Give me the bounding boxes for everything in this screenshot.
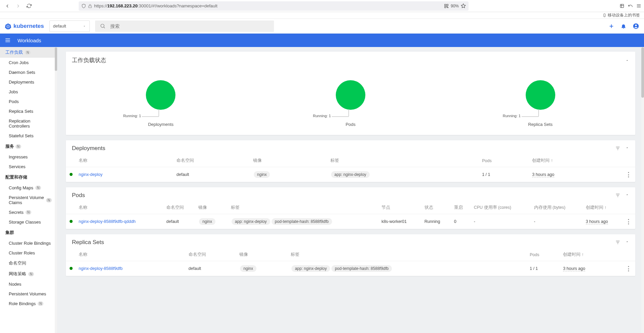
svg-rect-2 — [447, 4, 448, 5]
qr-icon[interactable] — [444, 4, 449, 8]
search-bar[interactable] — [95, 20, 274, 32]
bookmark-label[interactable]: 移动设备上的书签 — [608, 12, 640, 18]
sidebar-item[interactable]: Nodes — [0, 279, 57, 289]
create-button[interactable] — [608, 23, 614, 29]
resource-link[interactable]: nginx-deploy — [79, 172, 103, 177]
account-icon[interactable] — [633, 23, 639, 30]
svg-marker-6 — [461, 4, 466, 8]
sidebar-item[interactable]: Replication Controllers — [0, 116, 57, 131]
collapse-icon[interactable] — [625, 193, 629, 198]
namespace-value: default — [53, 23, 66, 29]
chart-title: Replica Sets — [528, 122, 553, 127]
pods-card: Pods 名称 命名空间 镜像 标签 节点 状态 重启 CPU 使用率 (cor… — [66, 187, 635, 229]
label-chip: app: nginx-deploy — [291, 265, 330, 272]
url-text: https://192.168.223.20:30001/#!/workload… — [94, 3, 442, 8]
label-chip: pod-template-hash: 8588f9dfb — [272, 218, 332, 225]
content-area: 工作负载状态 Running: 1 Deployments Running: 1… — [57, 47, 644, 333]
deployments-title: Deployments — [72, 145, 105, 152]
menu-icon[interactable] — [636, 3, 641, 8]
sidebar-item[interactable]: Deployments — [0, 77, 57, 87]
row-menu-icon[interactable]: ⋮ — [626, 218, 632, 225]
notifications-icon[interactable] — [620, 23, 627, 29]
star-icon[interactable] — [461, 3, 466, 8]
label-chip: pod-template-hash: 8588f9dfb — [331, 265, 392, 272]
undo-icon[interactable] — [628, 3, 633, 8]
collapse-icon[interactable] — [625, 58, 629, 62]
chart-title: Pods — [346, 122, 356, 127]
chart-running-label: Running: 1 — [503, 114, 521, 118]
sidebar-section-services[interactable]: 服务 N — [0, 141, 57, 152]
status-dot-icon — [70, 220, 73, 223]
collapse-icon[interactable] — [625, 240, 629, 245]
status-chart: Running: 1 Pods — [256, 80, 444, 127]
row-menu-icon[interactable]: ⋮ — [626, 265, 632, 272]
sidebar-item[interactable]: 网络策略 N — [0, 269, 57, 279]
sidebar-item[interactable]: Role Bindings N — [0, 299, 57, 308]
chart-running-label: Running: 1 — [123, 114, 141, 118]
sidebar-scrollbar[interactable] — [55, 47, 57, 333]
timestamp: 3 hours ago — [586, 219, 608, 224]
sidebar-item-workloads[interactable]: 工作负载N — [0, 47, 57, 58]
sidebar-item[interactable]: Jobs — [0, 87, 57, 97]
replicasets-table: 名称 命名空间 镜像 标签 Pods 创建时间 nginx-deploy-858… — [66, 248, 635, 276]
status-dot-icon — [70, 267, 73, 270]
row-menu-icon[interactable]: ⋮ — [626, 171, 632, 178]
sidebar-section-cluster[interactable]: 集群 — [0, 227, 57, 238]
sidebar-item[interactable]: Ingresses — [0, 152, 57, 162]
sidebar-item[interactable]: Persistent Volumes — [0, 289, 57, 299]
sidebar-item[interactable]: 命名空间 — [0, 258, 57, 269]
hamburger-icon[interactable] — [5, 37, 11, 43]
sidebar-item[interactable]: Daemon Sets — [0, 67, 57, 77]
k8s-wheel-icon — [5, 23, 11, 30]
pie-chart-icon — [526, 80, 555, 110]
chevron-down-icon — [83, 25, 86, 28]
replicasets-title: Replica Sets — [72, 239, 104, 246]
svg-point-15 — [8, 26, 9, 27]
namespace-select[interactable]: default — [49, 20, 90, 32]
resource-link[interactable]: nginx-deploy-8588f9dfb — [79, 266, 123, 271]
sidebar-item[interactable]: Config Maps N — [0, 183, 57, 193]
sidebar-section-configstorage[interactable]: 配置和存储 — [0, 172, 57, 183]
status-chart: Running: 1 Replica Sets — [446, 80, 634, 127]
sidebar-item[interactable]: Cluster Role Bindings — [0, 238, 57, 248]
table-row: nginx-deploy-8588f9dfb defaultnginxapp: … — [66, 261, 635, 276]
back-button[interactable] — [3, 1, 12, 11]
extension-icon[interactable] — [619, 3, 625, 8]
sidebar-item[interactable]: Cluster Roles — [0, 248, 57, 258]
label-chip: nginx — [240, 265, 256, 272]
filter-icon[interactable] — [615, 193, 620, 198]
kubernetes-logo[interactable]: kubernetes — [5, 23, 44, 30]
forward-button[interactable] — [13, 1, 23, 11]
svg-rect-5 — [447, 7, 448, 8]
sidebar-item[interactable]: Stateful Sets — [0, 131, 57, 141]
search-input[interactable] — [110, 23, 269, 29]
refresh-button[interactable] — [24, 1, 34, 11]
sidebar-item[interactable]: Storage Classes — [0, 217, 57, 227]
svg-point-16 — [101, 24, 104, 28]
collapse-icon[interactable] — [625, 146, 629, 151]
lock-icon — [88, 4, 92, 8]
svg-rect-7 — [620, 4, 624, 8]
svg-rect-4 — [447, 6, 447, 7]
shield-icon — [81, 4, 86, 8]
zoom-level[interactable]: 90% — [451, 4, 459, 8]
chart-running-label: Running: 1 — [313, 114, 331, 118]
sidebar-item[interactable]: Cron Jobs — [0, 58, 57, 67]
filter-icon[interactable] — [615, 146, 620, 151]
sidebar-item[interactable]: Secrets N — [0, 207, 57, 217]
replicasets-card: Replica Sets 名称 命名空间 镜像 标签 Pods 创建时间 — [66, 234, 635, 276]
filter-icon[interactable] — [615, 240, 620, 245]
label-chip: app: nginx-deploy — [232, 218, 270, 225]
pods-title: Pods — [72, 192, 85, 199]
sidebar-item[interactable]: Services — [0, 162, 57, 172]
table-row: nginx-deploy defaultnginxapp: nginx-depl… — [66, 167, 635, 182]
sidebar-item[interactable]: Replica Sets — [0, 106, 57, 116]
sidebar-item[interactable]: Pods — [0, 97, 57, 106]
pie-chart-icon — [146, 80, 175, 110]
resource-link[interactable]: nginx-deploy-8588f9dfb-qdddh — [79, 219, 136, 224]
sidebar-item[interactable]: Persistent Volume Claims N — [0, 193, 57, 207]
mobile-icon — [603, 13, 606, 17]
content-scrollbar[interactable] — [641, 47, 644, 333]
timestamp: 3 hours ago — [532, 172, 554, 177]
address-bar[interactable]: https://192.168.223.20:30001/#!/workload… — [79, 1, 469, 11]
